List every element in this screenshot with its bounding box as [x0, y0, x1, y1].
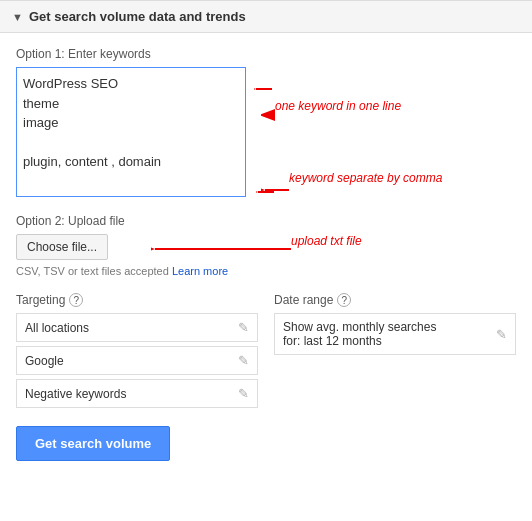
section-body: Option 1: Enter keywords WordPress SEO t…	[0, 33, 532, 477]
annotation-upload: upload txt file	[291, 234, 362, 248]
negative-keywords-label: Negative keywords	[25, 387, 126, 401]
all-locations-label: All locations	[25, 321, 89, 335]
targeting-help-icon[interactable]: ?	[69, 293, 83, 307]
annotation-one-keyword: one keyword in one line	[275, 99, 401, 113]
google-edit-icon: ✎	[238, 353, 249, 368]
date-range-column: Date range ? Show avg. monthly searches …	[274, 293, 516, 408]
section-title: Get search volume data and trends	[29, 9, 246, 24]
upload-arrow-svg	[151, 234, 311, 264]
negative-keywords-edit-icon: ✎	[238, 386, 249, 401]
date-range-help-icon[interactable]: ?	[337, 293, 351, 307]
targeting-column: Targeting ? All locations ✎ Google ✎ Neg…	[16, 293, 258, 408]
date-range-label: Date range ?	[274, 293, 516, 307]
all-locations-dropdown[interactable]: All locations ✎	[16, 313, 258, 342]
date-range-edit-icon: ✎	[496, 327, 507, 342]
arrow2-pointer	[256, 182, 276, 212]
section-header[interactable]: ▼ Get search volume data and trends	[0, 0, 532, 33]
targeting-label: Targeting ?	[16, 293, 258, 307]
collapse-arrow: ▼	[12, 11, 23, 23]
negative-keywords-dropdown[interactable]: Negative keywords ✎	[16, 379, 258, 408]
option2-label: Option 2: Upload file	[16, 214, 516, 228]
date-range-value: Show avg. monthly searches for: last 12 …	[283, 320, 436, 348]
file-note-text: CSV, TSV or text files accepted	[16, 265, 169, 277]
choose-file-button[interactable]: Choose file...	[16, 234, 108, 260]
arrow1-pointer	[254, 77, 274, 101]
google-label: Google	[25, 354, 64, 368]
all-locations-edit-icon: ✎	[238, 320, 249, 335]
learn-more-link[interactable]: Learn more	[172, 265, 228, 277]
option2-section: Option 2: Upload file Choose file... upl…	[16, 214, 516, 277]
date-range-box[interactable]: Show avg. monthly searches for: last 12 …	[274, 313, 516, 355]
keywords-textarea[interactable]: WordPress SEO theme image plugin, conten…	[16, 67, 246, 197]
targeting-date-row: Targeting ? All locations ✎ Google ✎ Neg…	[16, 293, 516, 408]
google-dropdown[interactable]: Google ✎	[16, 346, 258, 375]
annotation-comma: keyword separate by comma	[289, 171, 442, 185]
get-search-volume-button[interactable]: Get search volume	[16, 426, 170, 461]
option1-label: Option 1: Enter keywords	[16, 47, 516, 61]
